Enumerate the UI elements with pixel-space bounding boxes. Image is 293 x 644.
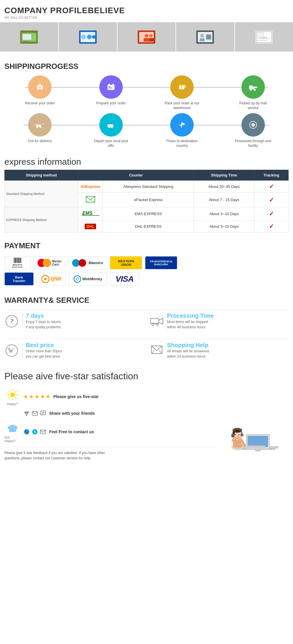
- ali-tracking-cell: ✓: [254, 181, 289, 193]
- svg-line-77: [91, 200, 95, 202]
- payment-logos-row-2: BankTransfer QIWI WebMoney VISA: [4, 272, 289, 286]
- star-2: ★: [29, 393, 34, 400]
- wu-text: WESTERNUNION: [118, 259, 134, 266]
- method-express: EXPRESS Shipping Method: [5, 207, 78, 232]
- photo-2: [59, 22, 117, 52]
- warranty-processing-content: Processing Time Most items will be shipp…: [167, 312, 214, 330]
- connector-2: [23, 125, 270, 125]
- bt-logo: BankTransfer: [4, 272, 34, 286]
- warranty-processing-title: Processing Time: [167, 312, 214, 319]
- step-fly: Flown to destination country: [163, 113, 201, 148]
- epacket-logo-cell: [78, 193, 103, 207]
- star-1: ★: [23, 393, 28, 400]
- svg-text:S: S: [34, 430, 36, 434]
- checkmark-2: ✓: [269, 197, 274, 203]
- svg-rect-33: [38, 88, 42, 88]
- svg-point-106: [26, 414, 27, 416]
- warranty-processing: Processing Time Most items will be shipp…: [149, 312, 289, 330]
- express-section: express information Shipping method Cour…: [0, 154, 293, 235]
- star-3: ★: [35, 393, 39, 400]
- not-happy-label: Not Happy?: [4, 436, 21, 443]
- person-illustration-wrapper: [215, 388, 289, 461]
- mastercard-logo: MasterCard: [34, 256, 65, 269]
- warranty-help-icon: [149, 343, 164, 358]
- svg-point-64: [111, 126, 113, 128]
- warranty-7days-icon: 7: [4, 314, 19, 329]
- epacket-name-cell: ePacket Express: [103, 193, 194, 207]
- bt-text: BankTransfer: [13, 276, 25, 283]
- svg-marker-75: [86, 196, 95, 200]
- svg-rect-52: [249, 85, 253, 87]
- ems-time-cell: About 3~10 Days: [194, 207, 254, 220]
- divider-2: [22, 343, 23, 358]
- svg-line-95: [151, 351, 154, 354]
- svg-point-140: [239, 434, 240, 435]
- table-row-ali: Standard Shipping Method AliExpress Alie…: [5, 181, 289, 193]
- svg-point-13: [145, 34, 148, 38]
- mail-icon: [32, 410, 38, 417]
- step-sort: Processed through sort facility: [234, 113, 272, 148]
- svg-line-104: [15, 391, 16, 392]
- svg-rect-3: [33, 34, 35, 40]
- svg-point-50: [250, 89, 252, 91]
- svg-point-56: [40, 126, 41, 128]
- svg-rect-57: [36, 124, 41, 125]
- svg-rect-32: [39, 86, 41, 87]
- social-icons-share: [23, 410, 46, 417]
- epacket-time-cell: About 7 - 15 Days: [194, 193, 254, 207]
- happy-label: Happy?: [7, 402, 18, 406]
- sort-icon: [241, 113, 265, 137]
- svg-rect-126: [248, 436, 268, 447]
- warranty-7days-title: 7 days: [26, 312, 61, 319]
- svg-point-51: [254, 89, 256, 91]
- fly-icon: [170, 113, 194, 137]
- shipping-row-2: Out for delivery Depart your local post …: [4, 113, 289, 148]
- wu-logo: WESTERNUNION: [110, 256, 142, 269]
- svg-rect-20: [200, 38, 205, 41]
- fivestar-content: Happy? ★ ★ ★ ★ ★ Please give us five-sta…: [4, 388, 289, 461]
- svg-rect-127: [255, 449, 261, 451]
- svg-line-96: [159, 351, 162, 354]
- svg-point-55: [36, 126, 38, 128]
- fivestar-row-3: Not Happy? 📞 S Feel Fr: [4, 421, 215, 443]
- prepare-icon: [99, 75, 123, 99]
- method-standard: Standard Shipping Method: [5, 181, 78, 207]
- mae-red: [79, 259, 86, 267]
- photo-strip: CERT: [0, 22, 293, 52]
- epacket-tracking-cell: ✓: [254, 193, 289, 207]
- svg-point-19: [200, 34, 204, 38]
- step-receive: Receive your order: [21, 75, 59, 106]
- step-sort-label: Processed through sort facility: [234, 139, 272, 148]
- th-tracking: Tracking: [254, 170, 289, 181]
- svg-rect-28: [258, 40, 266, 41]
- svg-rect-16: [149, 38, 154, 42]
- mc-orange-circle: [43, 259, 51, 267]
- step-pickup: Picked up by mail service: [234, 75, 272, 110]
- warranty-processing-desc: Most items will be shippedwithin 48 busi…: [167, 319, 214, 330]
- progress-row-2-inner: Out for delivery Depart your local post …: [4, 113, 289, 148]
- warranty-help-desc: All emails will be answeredwithin 24 bus…: [167, 349, 209, 359]
- phone-icon: 📞: [23, 429, 30, 435]
- warranty-help-content: Shopping Help All emails will be answere…: [167, 342, 209, 359]
- svg-rect-14: [144, 38, 149, 42]
- maestro-logo: Maestro: [68, 256, 107, 269]
- nothappy-group: Not Happy?: [4, 421, 21, 443]
- warranty-row-2: % Best price Order more than 50pcsyou ca…: [4, 339, 289, 362]
- sun-icon: [5, 388, 20, 402]
- visa-text: VISA: [115, 274, 133, 284]
- pickup-icon: [241, 75, 265, 99]
- step-delivery: Out for delivery: [21, 113, 59, 144]
- ali-time-cell: About 20~35 Days: [194, 181, 254, 193]
- warranty-help: Shopping Help All emails will be answere…: [149, 342, 289, 359]
- checkmark-1: ✓: [269, 183, 274, 190]
- cloud-icon: [5, 421, 20, 436]
- step-pack-label: Pack your order at our warehouse: [163, 101, 201, 110]
- step-pickup-label: Picked up by mail service: [234, 101, 272, 110]
- chat-icon: [40, 410, 46, 417]
- svg-rect-4: [23, 41, 25, 42]
- svg-marker-86: [159, 318, 163, 324]
- warranty-section: WARRANTY& SERVICE 7 7 days Enjoy 7 days …: [0, 291, 293, 366]
- photo-4: [176, 22, 234, 52]
- contact-mail-icon: [40, 429, 46, 435]
- svg-rect-108: [40, 411, 46, 415]
